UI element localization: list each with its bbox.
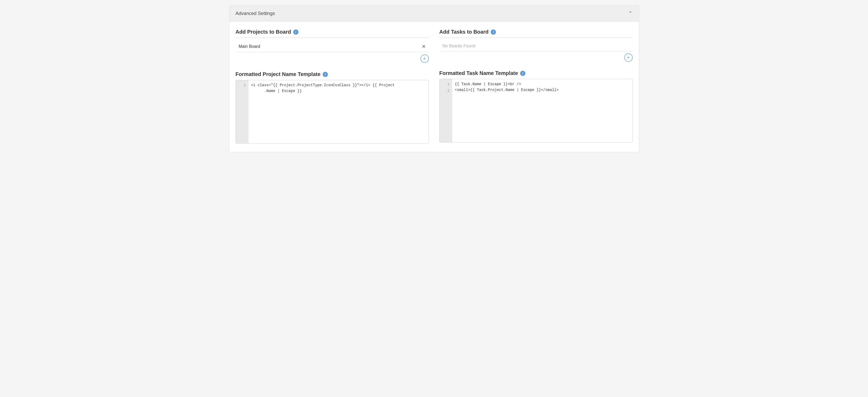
task-line-num-1: 1 xyxy=(446,81,452,88)
code-line-2: .Name | Escape }} xyxy=(251,88,426,94)
project-template-code-lines: 1 <i class="{{ Project.ProjectType.IconC… xyxy=(236,80,429,143)
add-projects-section: Add Projects to Board i Main Board ✕ + xyxy=(236,29,429,65)
collapse-icon[interactable]: ⌃ xyxy=(628,10,633,17)
board-item-name: Main Board xyxy=(239,44,260,49)
board-item-main-board: Main Board ✕ xyxy=(236,41,429,52)
project-line-numbers: 1 xyxy=(236,80,248,143)
project-template-editor[interactable]: 1 <i class="{{ Project.ProjectType.IconC… xyxy=(236,80,429,144)
add-task-row: + xyxy=(439,51,633,64)
project-template-title: Formatted Project Name Template xyxy=(236,71,320,77)
add-tasks-info-icon[interactable]: i xyxy=(491,29,496,35)
task-code-content[interactable]: {{ Task.Name | Escape }}<br /><small>{{ … xyxy=(452,79,632,142)
content-area: Add Projects to Board i Main Board ✕ + F… xyxy=(229,22,639,152)
right-column: Add Tasks to Board i No Boards Found + F… xyxy=(439,29,633,144)
remove-board-icon[interactable]: ✕ xyxy=(422,44,426,50)
add-project-button[interactable]: + xyxy=(421,54,429,63)
section-title: Advanced Settings xyxy=(236,11,275,16)
project-template-section: Formatted Project Name Template i 1 <i c… xyxy=(236,71,429,144)
add-tasks-title: Add Tasks to Board xyxy=(439,29,489,35)
left-column: Add Projects to Board i Main Board ✕ + F… xyxy=(236,29,429,144)
task-line-numbers: 1 2 xyxy=(440,79,452,142)
task-template-editor[interactable]: 1 2 {{ Task.Name | Escape }}<br /><small… xyxy=(439,79,633,143)
add-projects-title: Add Projects to Board xyxy=(236,29,291,35)
add-task-button[interactable]: + xyxy=(624,53,633,62)
add-tasks-header: Add Tasks to Board i xyxy=(439,29,633,35)
no-boards-placeholder: No Boards Found xyxy=(439,41,633,51)
project-line-num-1: 1 xyxy=(242,82,248,89)
task-template-code-lines: 1 2 {{ Task.Name | Escape }}<br /><small… xyxy=(440,79,632,142)
advanced-settings-panel: Advanced Settings ⌃ Add Projects to Boar… xyxy=(229,5,639,152)
project-template-header: Formatted Project Name Template i xyxy=(236,71,429,77)
task-template-header: Formatted Task Name Template i xyxy=(439,70,633,76)
add-project-row: + xyxy=(236,52,429,65)
task-line-num-2: 2 xyxy=(446,88,452,94)
add-projects-info-icon[interactable]: i xyxy=(293,29,299,35)
task-code-line-2: <small>{{ Task.Project.Name | Escape }}<… xyxy=(455,87,630,93)
project-code-content[interactable]: <i class="{{ Project.ProjectType.IconCss… xyxy=(248,80,429,143)
project-template-info-icon[interactable]: i xyxy=(323,72,328,77)
add-projects-header: Add Projects to Board i xyxy=(236,29,429,35)
task-template-section: Formatted Task Name Template i 1 2 {{ Ta… xyxy=(439,70,633,143)
section-header: Advanced Settings ⌃ xyxy=(229,5,639,22)
code-line-1: <i class="{{ Project.ProjectType.IconCss… xyxy=(251,82,426,88)
task-template-title: Formatted Task Name Template xyxy=(439,70,518,76)
add-tasks-section: Add Tasks to Board i No Boards Found + xyxy=(439,29,633,64)
task-template-info-icon[interactable]: i xyxy=(520,71,525,76)
task-code-line-1: {{ Task.Name | Escape }}<br /> xyxy=(455,81,630,87)
